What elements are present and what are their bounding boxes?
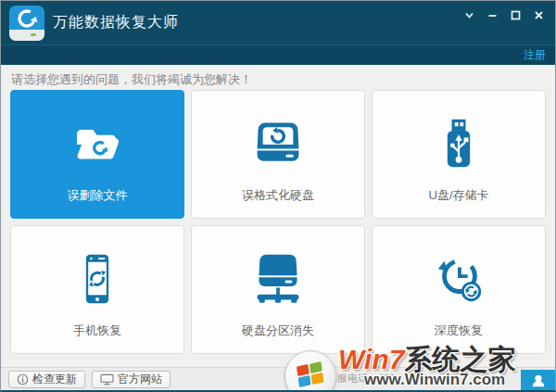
tile-label: 误格式化硬盘 [242, 187, 314, 204]
official-site-label: 官方网站 [118, 372, 162, 387]
maximize-button[interactable] [507, 6, 524, 23]
tile-lost-partition[interactable]: 硬盘分区消失 [191, 225, 365, 354]
minimize-button[interactable] [484, 6, 501, 23]
check-update-button[interactable]: 检查更新 [8, 371, 85, 388]
deep-recover-icon [430, 250, 487, 308]
official-site-button[interactable]: 官方网站 [92, 371, 171, 388]
close-button[interactable] [530, 6, 548, 23]
register-link[interactable]: 注册 [524, 47, 546, 63]
info-icon [17, 373, 29, 386]
usb-drive-icon [431, 115, 486, 172]
disk-format-icon [250, 115, 306, 172]
tile-usb-storage[interactable]: U盘/存储卡 [372, 90, 546, 219]
monitor-icon [100, 373, 114, 386]
tile-formatted-disk[interactable]: 误格式化硬盘 [191, 90, 365, 219]
bottom-bar: 检查更新 官方网站 客服电话：400- [1, 367, 555, 390]
check-update-label: 检查更新 [32, 372, 77, 387]
tile-label: 误删除文件 [68, 187, 128, 204]
folder-recover-icon [70, 115, 125, 172]
app-window: 万能数据恢复大师 注册 请选择您遇到的问题，我们将竭诚为您解决！ [0, 0, 556, 392]
tile-label: 硬盘分区消失 [242, 322, 314, 339]
tile-label: 手机恢复 [73, 322, 121, 339]
menu-chevron-icon[interactable] [461, 6, 478, 23]
title-bar: 万能数据恢复大师 [1, 1, 555, 44]
app-logo-icon [9, 6, 44, 41]
disk-partition-icon [250, 250, 306, 308]
tile-label: 深度恢复 [435, 322, 483, 339]
app-title: 万能数据恢复大师 [53, 13, 179, 32]
tile-phone-recovery[interactable]: 手机恢复 [10, 225, 184, 354]
tile-label: U盘/存储卡 [429, 187, 489, 204]
phone-recover-icon [70, 250, 125, 308]
prompt-text: 请选择您遇到的问题，我们将竭诚为您解决！ [11, 71, 252, 88]
tile-deep-recovery[interactable]: 深度恢复 [372, 225, 546, 354]
tile-deleted-files[interactable]: 误删除文件 [10, 90, 184, 219]
sub-strip: 注册 [1, 44, 555, 65]
tiles-grid: 误删除文件 误格式化硬盘 [10, 90, 546, 354]
service-phone-text: 客服电话：400- [327, 372, 398, 386]
